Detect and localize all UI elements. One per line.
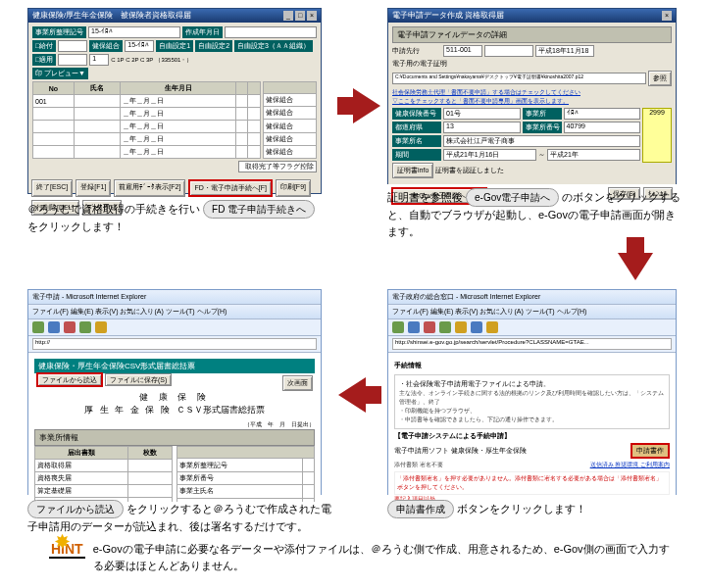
info-button[interactable]: 証明書info bbox=[392, 163, 433, 178]
step2-body: 電子申請ファイルデータの詳細 申請先行 511-001 平成18年11月18 電… bbox=[388, 23, 676, 184]
step4-caption: ファイルから読込 をクリックすると＠ろうむで作成された電子申請用のデーターが読込… bbox=[27, 500, 341, 535]
step2-titlebar: 電子申請データ作成 資格取得届 × bbox=[388, 9, 676, 23]
max-icon[interactable]: □ bbox=[295, 11, 305, 21]
step4-pill: ファイルから読込 bbox=[27, 500, 124, 518]
l9: 自由設定2 bbox=[195, 40, 232, 52]
refresh-icon[interactable] bbox=[439, 321, 451, 333]
url-input[interactable]: http:// bbox=[32, 338, 317, 350]
step1-form: 事業所整理記号15-ｲﾛﾊ 作成年月日 □給付 健保組合 15-ｲﾛﾊ 自由設定… bbox=[28, 23, 321, 176]
create-form-button[interactable]: 申請書作 bbox=[630, 443, 670, 459]
stop-icon[interactable] bbox=[424, 321, 435, 333]
arrow-right-icon bbox=[353, 88, 380, 123]
ie-toolbar bbox=[388, 319, 676, 336]
arrow-down-icon bbox=[618, 253, 653, 280]
step1-caption: ＠ろうむで資格取得の手続きを行い FD 電子申請手続きへ をクリックします！ bbox=[27, 200, 331, 235]
step1-titlebar: 健康保険/厚生年金保険 被保険者資格取得届 _□× bbox=[28, 9, 321, 23]
table-row: ＿年＿月＿日 bbox=[33, 108, 261, 121]
v3[interactable]: 15-ｲﾛﾊ bbox=[125, 40, 154, 52]
hint-row: ✸HINT e-Govの電子申請に必要な各データーや添付ファイルは、＠ろうむ側で… bbox=[49, 541, 677, 573]
l7: 健保組合 bbox=[89, 40, 123, 52]
fd-eapply-button[interactable]: FD・電子申請手続へ[F] bbox=[188, 179, 273, 197]
hint-icon: ✸HINT bbox=[49, 541, 85, 557]
min-icon[interactable]: _ bbox=[283, 11, 293, 21]
prev-button[interactable]: 前雇用ﾃﾞｰﾀ表示[F2] bbox=[114, 179, 185, 197]
home-icon[interactable] bbox=[455, 321, 467, 333]
step2-caption: 証明書を参照後 e-Gov電子申請へ のボタンをクリックすると、自動でブラウザが… bbox=[387, 188, 681, 239]
back-icon[interactable] bbox=[392, 321, 404, 333]
fwd-icon[interactable] bbox=[408, 321, 420, 333]
step4-menu[interactable]: ファイル(F) 編集(E) 表示(V) お気に入り(A) ツール(T) ヘルプ(… bbox=[28, 305, 321, 319]
table-row: ＿年＿月＿日 bbox=[33, 146, 261, 159]
step2-pill: e-Gov電子申請へ bbox=[466, 188, 559, 207]
table-row: 001＿年＿月＿日 bbox=[33, 95, 261, 108]
v2[interactable] bbox=[225, 26, 317, 38]
stop-icon[interactable] bbox=[64, 321, 76, 333]
search-icon[interactable] bbox=[471, 321, 482, 333]
l2: 作成年月日 bbox=[182, 26, 223, 38]
table-row: ＿年＿月＿日 bbox=[33, 133, 261, 146]
fav-icon[interactable] bbox=[486, 321, 498, 333]
file-save-button[interactable]: ファイルに保存(S) bbox=[105, 373, 172, 386]
step3-content: 手続情報 ・社会保険電子申請用電子ファイルによる申請。 主な法令、オンライン手続… bbox=[388, 353, 676, 502]
v1[interactable]: 15-ｲﾛﾊ bbox=[88, 26, 180, 38]
step1-title: 健康保険/厚生年金保険 被保険者資格取得届 bbox=[32, 9, 191, 23]
step1-pill: FD 電子申請手続きへ bbox=[203, 200, 315, 219]
browse-button[interactable]: 参照 bbox=[648, 71, 672, 86]
home-icon[interactable] bbox=[95, 321, 107, 333]
step3-caption: 申請書作成 ボタンをクリックします！ bbox=[387, 500, 681, 518]
l5: □給付 bbox=[32, 40, 56, 52]
hint-text: e-Govの電子申請に必要な各データーや添付ファイルは、＠ろうむ側で作成、用意さ… bbox=[93, 541, 677, 573]
table-row: ＿年＿月＿日 bbox=[33, 121, 261, 133]
arrow-left-icon bbox=[338, 377, 366, 413]
exit-button[interactable]: 終了[ESC] bbox=[31, 179, 73, 197]
step4-titlebar: 電子申請 - Microsoft Internet Explorer bbox=[28, 290, 321, 305]
refresh-icon[interactable] bbox=[79, 321, 91, 333]
step1-window: 健康保険/厚生年金保険 被保険者資格取得届 _□× 事業所整理記号15-ｲﾛﾊ … bbox=[27, 8, 322, 194]
step3-window: 電子政府の総合窓口 - Microsoft Internet Explorer … bbox=[387, 289, 677, 495]
step3-pill: 申請書作成 bbox=[387, 500, 454, 518]
l8: 自由設定1 bbox=[156, 40, 193, 52]
step2-window: 電子申請データ作成 資格取得届 × 電子申請ファイルデータの詳細 申請先行 51… bbox=[387, 8, 677, 184]
l1: 事業所整理記号 bbox=[32, 26, 86, 38]
step4-window: 電子申請 - Microsoft Internet Explorer ファイル(… bbox=[27, 289, 322, 495]
close-icon[interactable]: × bbox=[307, 11, 317, 21]
yellow-box: 2999 bbox=[642, 108, 672, 163]
url-input[interactable]: http://shinsei.e-gov.go.jp/search/servle… bbox=[392, 338, 672, 350]
save-button[interactable]: 登録[F1] bbox=[76, 179, 111, 197]
step3-menu[interactable]: ファイル(F) 編集(E) 表示(V) お気に入り(A) ツール(T) ヘルプ(… bbox=[388, 305, 676, 319]
close-icon[interactable]: × bbox=[662, 11, 672, 21]
step1-table: No氏名生年月日 001＿年＿月＿日 ＿年＿月＿日 ＿年＿月＿日 ＿年＿月＿日 … bbox=[32, 81, 261, 159]
step2-title: 電子申請データ作成 資格取得届 bbox=[392, 9, 504, 23]
print-button[interactable]: 印刷[F9] bbox=[276, 179, 311, 197]
back-icon[interactable] bbox=[32, 321, 44, 333]
file-load-button[interactable]: ファイルから読込 bbox=[36, 372, 103, 387]
l10: 自由設定3（ＡＡ組織） bbox=[234, 40, 313, 52]
fwd-icon[interactable] bbox=[48, 321, 60, 333]
l6: □適用 bbox=[32, 54, 56, 66]
window-controls: _□× bbox=[281, 9, 317, 23]
next-button[interactable]: 次画面 bbox=[282, 375, 313, 391]
step3-titlebar: 電子政府の総合窓口 - Microsoft Internet Explorer bbox=[388, 290, 676, 305]
step4-content: 健康保険・厚生年金保険CSV形式届書総括票 ファイルから読込 ファイルに保存(S… bbox=[28, 353, 321, 502]
